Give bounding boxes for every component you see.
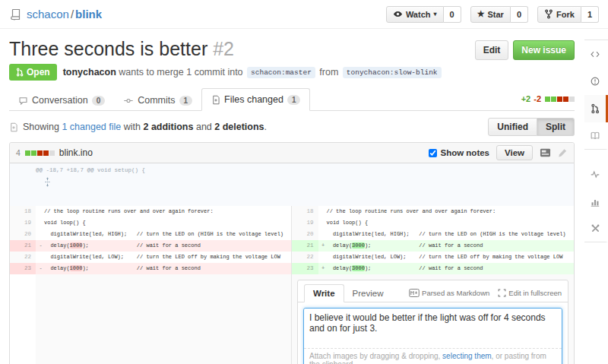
added-code-line: + delay(3000); // wait for a second [318,263,575,274]
comment-form-header: Write Preview Parsed as Markdown Edit in… [298,280,568,302]
new-issue-button[interactable]: New issue [513,40,575,60]
new-line-number[interactable]: 18 [292,206,318,217]
old-code-line: digitalWrite(led, HIGH); // turn the LED… [36,229,292,240]
additions-count: +2 [521,94,531,103]
watch-button[interactable]: Watch ▾ [386,6,444,23]
star-count[interactable]: 0 [511,6,528,23]
new-code-line: void loop() { [318,217,575,229]
changed-file-link[interactable]: 1 changed file [62,122,121,132]
head-branch-ref: tonychacon:slow-blink [343,67,442,78]
rail-issues-icon[interactable] [584,68,608,95]
tab-conversation[interactable]: Conversation 0 [9,90,114,111]
unified-view-button[interactable]: Unified [488,118,537,136]
new-code-line: digitalWrite(led, HIGH); // turn the LED… [318,229,575,240]
pr-number: #2 [213,38,234,59]
file-diff-box: 4 blink.ino Show notes View [9,142,575,364]
repo-separator: / [71,8,74,21]
comment-form-hints: Parsed as Markdown Edit in fullscreen [409,289,562,302]
repo-book-icon [9,8,21,21]
fork-label: Fork [556,10,575,19]
tab-count: 0 [92,96,106,106]
old-line-number[interactable]: 20 [10,229,36,240]
pull-request-icon [16,68,24,77]
file-diffstat [24,147,55,158]
new-line-number[interactable]: 19 [292,217,318,229]
markdown-hint[interactable]: Parsed as Markdown [409,289,489,297]
rail-settings-icon[interactable] [584,215,608,242]
attach-select-link[interactable]: selecting them [442,352,491,360]
old-line-number[interactable]: 18 [10,206,36,217]
diff-row: 19 void loop() { 19 void loop() { [10,217,574,229]
old-line-number[interactable]: 23 [10,263,36,274]
tab-count: 1 [287,95,301,105]
fork-control: Fork 1 [537,6,599,23]
rail-pulse-icon[interactable] [584,160,608,188]
main-content: Three seconds is better #2 Edit New issu… [0,29,608,364]
summary-additions: 2 additions [143,122,193,132]
watch-count[interactable]: 0 [444,6,461,23]
star-icon: ★ [477,10,485,18]
fork-button[interactable]: Fork [537,6,581,23]
view-file-button[interactable]: View [496,145,533,160]
fullscreen-hint[interactable]: Edit in fullscreen [498,289,562,297]
diffstat-summary: +2 -2 [521,94,575,110]
old-line-number[interactable]: 22 [10,252,36,263]
diffstat-block [569,97,575,102]
edit-file-icon[interactable] [558,148,568,158]
rail-graphs-icon[interactable] [584,188,608,215]
tab-preview[interactable]: Preview [344,285,392,302]
hunk-header-text: @@ -18,7 +18,7 @@ void setup() { [36,163,574,206]
show-notes-checkbox[interactable] [429,149,437,157]
file-header: 4 blink.ino Show notes View [10,143,574,163]
old-line-number[interactable]: 19 [10,217,36,229]
new-line-number[interactable]: 20 [292,229,318,240]
file-name: blink.ino [59,147,93,158]
deletions-count: -2 [534,94,541,103]
repo-owner-link[interactable]: schacon [27,8,69,21]
show-notes-toggle[interactable]: Show notes [429,148,489,157]
fork-count[interactable]: 1 [581,6,599,23]
new-line-number[interactable]: 23 [292,263,318,274]
rail-wiki-icon[interactable] [584,122,608,150]
pr-state-label: Open [27,67,50,78]
rail-pull-requests-icon[interactable] [584,95,608,122]
comment-textarea-wrap: I believe it would be better if the ligh… [303,308,562,364]
tab-write[interactable]: Write [304,284,344,302]
attach-hint: Attach images by dragging & dropping, se… [304,348,562,364]
pr-tabs: Conversation 0 Commits 1 Files changed 1… [9,88,575,111]
pr-title-text: Three seconds is better [9,38,207,59]
tab-commits[interactable]: Commits 1 [114,90,201,111]
rich-diff-icon[interactable] [540,147,551,158]
fullscreen-icon [498,289,506,297]
new-line-number[interactable]: 22 [292,252,318,263]
comment-textarea[interactable]: I believe it would be better if the ligh… [304,309,562,348]
tab-count: 1 [179,96,193,106]
empty-gutter [10,274,36,364]
rail-code-icon[interactable] [584,40,608,68]
site-header: schacon/blink Watch ▾ 0 ★ Star 0 Fork 1 [0,0,608,29]
fork-icon [544,9,553,19]
unfold-icon[interactable] [10,163,36,206]
new-line-number[interactable]: 21 [292,240,318,252]
repo-name-link[interactable]: blink [75,8,102,21]
tab-files-changed[interactable]: Files changed 1 [201,88,310,111]
caret-down-icon: ▾ [433,11,436,17]
old-line-number[interactable]: 21 [10,240,36,252]
diffstat-block [37,150,43,156]
commit-icon [123,96,134,106]
pr-author-link[interactable]: tonychacon [63,67,116,78]
diff-summary-bar: Showing 1 changed file with 2 additions … [9,111,575,142]
social-buttons: Watch ▾ 0 ★ Star 0 Fork 1 [386,6,599,23]
tab-label: Conversation [32,95,88,106]
hunk-header-row: @@ -18,7 +18,7 @@ void setup() { [10,163,574,206]
star-label: Star [488,10,504,19]
file-diff-icon [9,122,18,132]
comment-icon [18,96,28,106]
file-changes-count: 4 [16,148,21,157]
edit-button[interactable]: Edit [475,40,509,60]
repo-mini-nav [584,40,608,242]
deleted-code-line: - delay(1000); // wait for a second [36,263,292,274]
star-button[interactable]: ★ Star [470,6,511,23]
base-branch-ref: schacon:master [247,67,315,78]
split-view-button[interactable]: Split [537,118,575,136]
